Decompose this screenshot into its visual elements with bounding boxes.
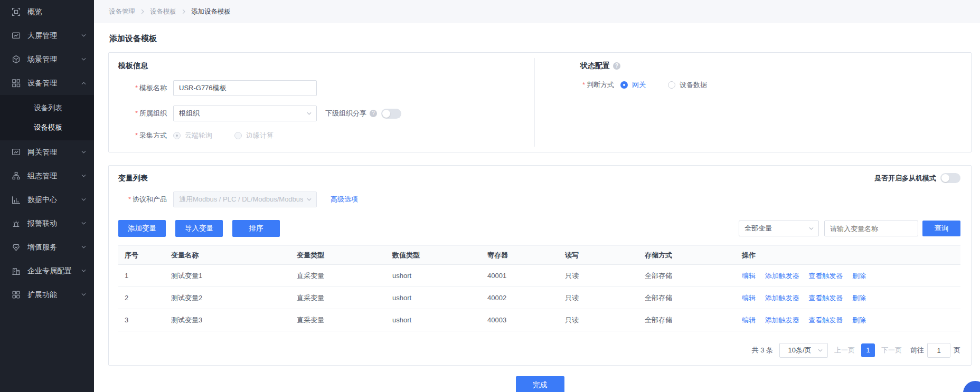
sidebar-item-scene[interactable]: 场景管理 xyxy=(0,47,94,71)
chevron-right-icon xyxy=(181,9,186,14)
import-variable-button[interactable]: 导入变量 xyxy=(175,220,223,237)
template-name-label: *模板名称 xyxy=(118,83,167,93)
multi-slave-label: 是否开启多从机模式 xyxy=(874,174,936,183)
big-screen-icon xyxy=(12,31,21,40)
add-trigger-link[interactable]: 添加触发器 xyxy=(765,272,799,280)
sidebar-item-big-screen[interactable]: 大屏管理 xyxy=(0,24,94,47)
advanced-options-link[interactable]: 高级选项 xyxy=(331,195,358,204)
org-label: *所属组织 xyxy=(118,109,167,118)
gateway-radio[interactable] xyxy=(620,81,628,89)
overview-icon xyxy=(12,7,21,16)
add-trigger-link[interactable]: 添加触发器 xyxy=(765,316,799,324)
sidebar-submenu-device: 设备列表 设备模板 xyxy=(0,95,94,140)
sidebar-item-data-center[interactable]: 数据中心 xyxy=(0,188,94,212)
gateway-radio-label: 网关 xyxy=(632,80,646,90)
edge-computing-radio[interactable] xyxy=(234,132,242,139)
goto-page-input[interactable] xyxy=(927,343,950,358)
device-data-radio-label: 设备数据 xyxy=(680,80,707,90)
chevron-down-icon xyxy=(817,348,823,353)
multi-slave-toggle[interactable] xyxy=(940,173,960,183)
sidebar-item-overview[interactable]: 概览 xyxy=(0,0,94,24)
sidebar-item-label: 网关管理 xyxy=(27,148,57,157)
edit-link[interactable]: 编辑 xyxy=(742,294,756,302)
variable-table: 序号 变量名称 变量类型 数值类型 寄存器 读写 存储方式 操作 1 xyxy=(118,245,960,331)
sidebar: 概览 大屏管理 场景管理 设备管理 设备列表 设备模板 网关管理 组态 xyxy=(0,0,94,392)
device-icon xyxy=(12,79,21,88)
template-name-input[interactable] xyxy=(173,80,317,96)
share-toggle[interactable] xyxy=(381,109,401,119)
sort-button[interactable]: 排序 xyxy=(232,220,280,237)
view-trigger-link[interactable]: 查看触发器 xyxy=(808,294,843,302)
delete-link[interactable]: 删除 xyxy=(852,272,866,280)
variable-search-input[interactable] xyxy=(824,221,918,236)
cloud-poll-label: 云端轮询 xyxy=(185,131,212,140)
variable-filter-select[interactable]: 全部变量 xyxy=(739,221,819,236)
add-variable-button[interactable]: 添加变量 xyxy=(118,220,166,237)
current-page-button[interactable]: 1 xyxy=(861,343,875,357)
prev-page-button[interactable]: 上一页 xyxy=(834,346,855,355)
data-center-icon xyxy=(12,195,21,204)
delete-link[interactable]: 删除 xyxy=(852,316,866,324)
view-trigger-link[interactable]: 查看触发器 xyxy=(808,316,843,324)
page-content: 添加设备模板 模板信息 *模板名称 *所属组织 根组织 xyxy=(94,23,980,392)
edit-link[interactable]: 编辑 xyxy=(742,316,756,324)
page-title: 添加设备模板 xyxy=(109,34,972,44)
variable-list-panel: 变量列表 是否开启多从机模式 *协议和产品 通用Modbus / PLC / D… xyxy=(108,165,972,366)
help-icon[interactable]: ? xyxy=(613,62,620,70)
device-data-radio[interactable] xyxy=(668,81,675,89)
sidebar-item-enterprise[interactable]: 企业专属配置 xyxy=(0,259,94,283)
chevron-down-icon xyxy=(81,33,87,39)
breadcrumb-item[interactable]: 设备管理 xyxy=(109,7,135,16)
delete-link[interactable]: 删除 xyxy=(852,294,866,302)
scene-icon xyxy=(12,55,21,64)
chevron-down-icon xyxy=(81,221,87,226)
status-config-section: 状态配置 ? *判断方式 网关 设备数据 xyxy=(535,53,971,152)
template-info-title: 模板信息 xyxy=(118,61,534,71)
page-size-select[interactable]: 10条/页 xyxy=(779,343,828,358)
sidebar-subitem-device-list[interactable]: 设备列表 xyxy=(0,98,94,118)
query-button[interactable]: 查询 xyxy=(922,221,960,236)
chevron-down-icon xyxy=(306,197,312,203)
protocol-label: *协议和产品 xyxy=(118,195,167,204)
page-unit-label: 页 xyxy=(954,346,960,355)
chevron-down-icon xyxy=(81,197,87,203)
sidebar-item-topology[interactable]: 组态管理 xyxy=(0,164,94,188)
help-icon[interactable]: ? xyxy=(370,110,377,117)
sidebar-item-value-added[interactable]: 增值服务 xyxy=(0,235,94,259)
sidebar-item-extension[interactable]: 扩展功能 xyxy=(0,283,94,307)
sidebar-item-label: 设备管理 xyxy=(27,79,57,88)
protocol-select: 通用Modbus / PLC / DL/Modbus/Modbus RTU xyxy=(173,192,317,207)
org-select[interactable]: 根组织 xyxy=(173,106,317,121)
alarm-icon xyxy=(12,219,21,228)
sidebar-item-label: 大屏管理 xyxy=(27,31,57,41)
table-row: 1 测试变量1 直采变量 ushort 40001 只读 全部存储 编辑 添加触… xyxy=(118,265,960,287)
chevron-down-icon xyxy=(81,292,87,298)
col-header: 寄存器 xyxy=(481,246,559,265)
chevron-down-icon xyxy=(81,244,87,250)
cloud-poll-radio[interactable] xyxy=(173,132,181,139)
chevron-down-icon xyxy=(81,149,87,155)
next-page-button[interactable]: 下一页 xyxy=(881,346,902,355)
table-row: 3 测试变量3 直采变量 ushort 40003 只读 全部存储 编辑 添加触… xyxy=(118,309,960,331)
sidebar-item-gateway[interactable]: 网关管理 xyxy=(0,140,94,164)
value-added-icon xyxy=(12,243,21,252)
sidebar-subitem-device-template[interactable]: 设备模板 xyxy=(0,118,94,137)
chevron-down-icon xyxy=(81,268,87,274)
breadcrumb-item[interactable]: 设备模板 xyxy=(150,7,176,16)
sidebar-item-alarm[interactable]: 报警联动 xyxy=(0,212,94,235)
chevron-down-icon xyxy=(306,111,312,117)
sidebar-item-device[interactable]: 设备管理 xyxy=(0,71,94,95)
finish-button[interactable]: 完成 xyxy=(516,376,564,392)
view-trigger-link[interactable]: 查看触发器 xyxy=(808,272,843,280)
breadcrumb: 设备管理 设备模板 添加设备模板 xyxy=(94,0,980,23)
col-header: 存储方式 xyxy=(638,246,736,265)
enterprise-icon xyxy=(12,266,21,275)
toggle-knob xyxy=(941,174,949,182)
add-trigger-link[interactable]: 添加触发器 xyxy=(765,294,799,302)
edit-link[interactable]: 编辑 xyxy=(742,272,756,280)
col-header: 序号 xyxy=(118,246,165,265)
main-area: 设备管理 设备模板 添加设备模板 添加设备模板 模板信息 *模板名称 *所属组织 xyxy=(94,0,980,392)
breadcrumb-current: 添加设备模板 xyxy=(191,7,231,16)
chevron-down-icon xyxy=(81,173,87,179)
sidebar-item-label: 数据中心 xyxy=(27,195,57,205)
